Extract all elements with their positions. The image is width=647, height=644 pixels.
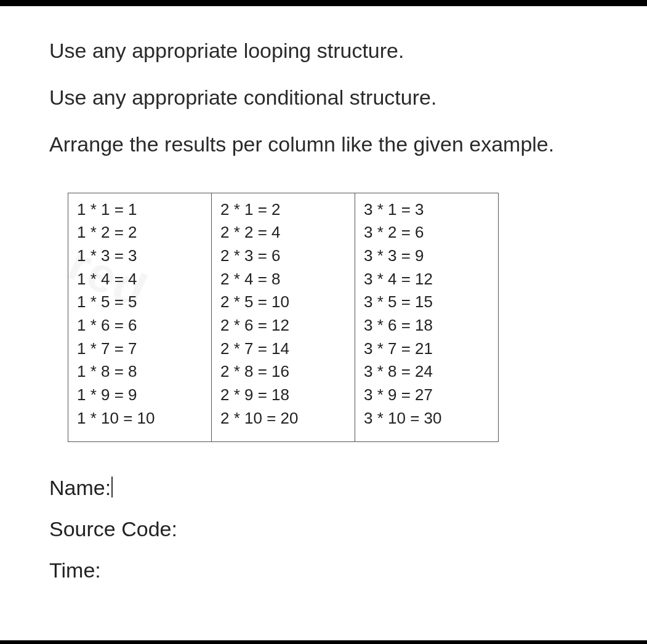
table-row: 3 * 8 = 24 (364, 360, 492, 384)
table-row: 2 * 8 = 16 (220, 360, 348, 384)
text-cursor-icon (111, 477, 113, 497)
table-row: 3 * 6 = 18 (364, 314, 492, 337)
source-code-field: Source Code: (49, 517, 610, 541)
source-code-label: Source Code: (49, 517, 177, 541)
table-row: 1 * 4 = 4 (77, 268, 205, 291)
table-row: 3 * 7 = 21 (364, 337, 492, 361)
table-row: 3 * 10 = 30 (364, 407, 492, 430)
table-row: 3 * 3 = 9 (364, 244, 492, 268)
answer-fields: Name: Source Code: Time: (49, 476, 610, 582)
table-row: 1 * 7 = 7 (77, 337, 205, 361)
table-row: 3 * 9 = 27 (364, 384, 492, 407)
table-row: 3 * 1 = 3 (364, 198, 492, 222)
table-row: 3 * 2 = 6 (364, 221, 492, 244)
table-row: 1 * 5 = 5 (77, 291, 205, 314)
table-row: 2 * 5 = 10 (220, 291, 348, 314)
table-row: 2 * 10 = 20 (220, 407, 348, 430)
table-col-3: 3 * 1 = 3 3 * 2 = 6 3 * 3 = 9 3 * 4 = 12… (355, 193, 499, 441)
table-row: 2 * 1 = 2 (220, 198, 348, 222)
table-row: 3 * 4 = 12 (364, 268, 492, 291)
table-row: 2 * 2 = 4 (220, 221, 348, 244)
table-row: 1 * 9 = 9 (77, 384, 205, 407)
table-row: 2 * 9 = 18 (220, 384, 348, 407)
instruction-line-1: Use any appropriate looping structure. (49, 37, 610, 65)
instruction-line-2: Use any appropriate conditional structur… (49, 84, 610, 112)
table-row: 1 * 8 = 8 (77, 360, 205, 384)
time-field: Time: (49, 558, 610, 582)
table-row: 3 * 5 = 15 (364, 291, 492, 314)
table-row: 2 * 6 = 12 (220, 314, 348, 337)
table-col-2: 2 * 1 = 2 2 * 2 = 4 2 * 3 = 6 2 * 4 = 8 … (212, 193, 355, 441)
time-label: Time: (49, 558, 101, 582)
table-col-1: 1 * 1 = 1 1 * 2 = 2 1 * 3 = 3 1 * 4 = 4 … (68, 193, 212, 441)
table-row: 1 * 10 = 10 (77, 407, 205, 430)
table-row: 1 * 1 = 1 (77, 198, 205, 222)
table-row: 1 * 3 = 3 (77, 244, 205, 268)
multiplication-table: 1 * 1 = 1 1 * 2 = 2 1 * 3 = 3 1 * 4 = 4 … (68, 193, 499, 442)
table-row: 1 * 6 = 6 (77, 314, 205, 337)
instruction-line-3: Arrange the results per column like the … (49, 131, 610, 159)
name-label: Name: (49, 476, 111, 499)
table-row: 2 * 3 = 6 (220, 244, 348, 268)
table-row: 1 * 2 = 2 (77, 221, 205, 244)
document-page: red Use any appropriate looping structur… (0, 0, 647, 644)
table-row: 2 * 4 = 8 (220, 268, 348, 291)
table-row: 2 * 7 = 14 (220, 337, 348, 361)
name-field: Name: (49, 476, 610, 500)
